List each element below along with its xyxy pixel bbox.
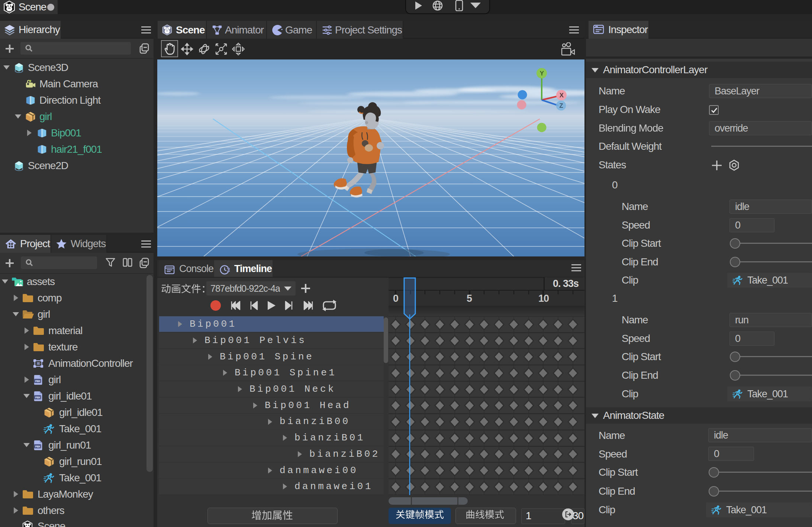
svg-text:Z: Z: [559, 102, 563, 109]
svg-text:Y: Y: [540, 70, 544, 77]
svg-text:FBX: FBX: [35, 445, 41, 448]
svg-text:3D: 3D: [37, 362, 41, 365]
svg-text:FBX: FBX: [35, 396, 41, 399]
svg-text:X: X: [560, 92, 564, 99]
svg-text:FBX: FBX: [35, 379, 41, 383]
